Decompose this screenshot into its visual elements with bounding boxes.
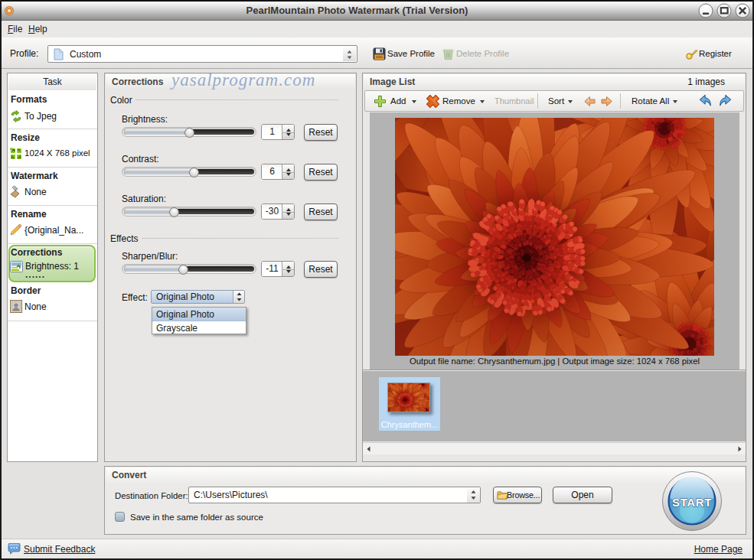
- svg-text:START: START: [672, 496, 712, 509]
